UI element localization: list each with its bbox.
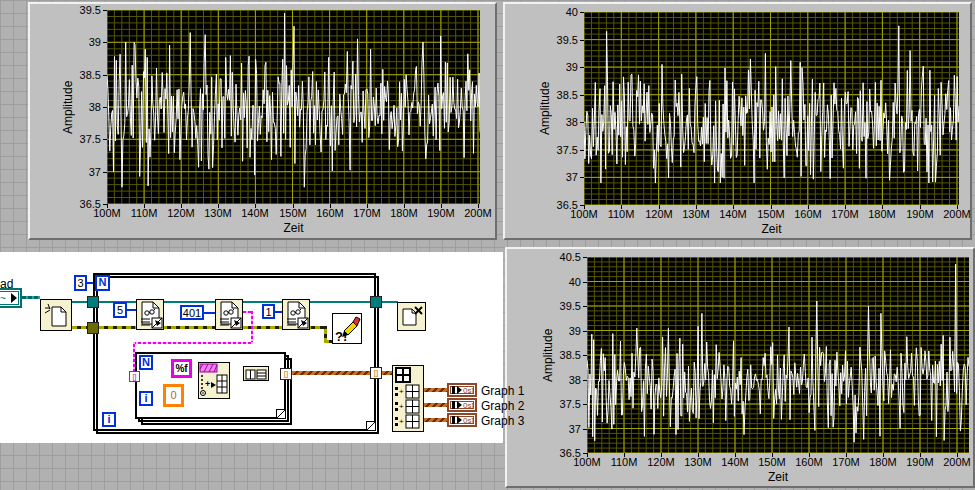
inner-count-terminal[interactable]: N	[139, 355, 153, 370]
x-tick-mark	[587, 453, 588, 457]
loop-count-terminal[interactable]: N	[95, 275, 110, 291]
string-to-array-icon: +	[199, 363, 229, 398]
read-text-file-node-2[interactable]	[215, 299, 243, 330]
close-file-node[interactable]	[397, 302, 426, 331]
waveform-plot-area-2[interactable]	[584, 12, 959, 205]
path-wire[interactable]	[22, 296, 40, 299]
lines-to-skip-constant[interactable]: 5	[113, 302, 127, 318]
x-tick-label: 140M	[716, 208, 750, 220]
x-axis-title: Zeit	[587, 470, 969, 484]
graph-terminal-2[interactable]: 0s]	[447, 398, 477, 412]
clear-errors-node[interactable]: ?!	[332, 313, 362, 344]
array-2d-wire-graph1[interactable]	[424, 388, 447, 392]
x-tick-label: 150M	[755, 456, 789, 468]
read-text-file-icon	[283, 300, 309, 329]
inner-loop-resize-corner	[276, 409, 285, 418]
x-tick-mark	[735, 453, 736, 457]
graph-terminal-3[interactable]: 0s]	[447, 413, 477, 427]
x-axis-title: Zeit	[584, 222, 959, 236]
x-tick-mark	[957, 453, 958, 457]
x-tick-label: 190M	[903, 208, 937, 220]
inner-array-tunnel-out[interactable]: []	[280, 368, 292, 380]
graph-panel-3: Amplitude40.54039.53938.53837.53736.5100…	[505, 247, 975, 488]
x-tick-mark	[181, 204, 182, 208]
inner-iteration-terminal[interactable]: i	[139, 391, 153, 406]
graph-terminal-label-1: Graph 1	[481, 384, 524, 398]
x-tick-mark	[330, 204, 331, 208]
x-tick-mark	[882, 205, 883, 209]
clear-errors-icon: ?!	[333, 314, 361, 343]
array-2d-wire[interactable]	[382, 371, 392, 375]
spreadsheet-string-to-array-node[interactable]: +	[198, 362, 230, 399]
path-control-terminal[interactable]: ~	[0, 288, 22, 308]
x-tick-label: 170M	[829, 456, 863, 468]
waveform-plot-area-1[interactable]	[107, 10, 480, 204]
build-array-node[interactable]	[243, 366, 269, 381]
x-tick-label: 110M	[604, 208, 638, 220]
array-tunnel-out[interactable]: []	[370, 367, 382, 379]
x-tick-mark	[957, 205, 958, 209]
x-tick-mark	[367, 204, 368, 208]
iteration-terminal[interactable]: i	[102, 412, 116, 427]
x-tick-label: 190M	[903, 456, 937, 468]
format-string-constant[interactable]: %f	[171, 359, 192, 378]
x-tick-label: 180M	[387, 207, 421, 219]
read-text-file-node-1[interactable]	[136, 299, 164, 330]
x-tick-label: 120M	[644, 456, 678, 468]
svg-text:0s]: 0s]	[463, 386, 473, 394]
x-tick-label: 190M	[424, 207, 458, 219]
x-tick-mark	[698, 453, 699, 457]
x-tick-label: 160M	[792, 456, 826, 468]
read-text-file-icon	[216, 300, 242, 329]
x-tick-mark	[441, 204, 442, 208]
x-tick-mark	[808, 205, 809, 209]
y-tick-label: 38.5	[544, 89, 578, 101]
x-tick-label: 100M	[567, 208, 601, 220]
x-tick-label: 140M	[238, 207, 272, 219]
loop-count-constant[interactable]: 3	[74, 275, 87, 291]
array-2d-wire-graph2[interactable]	[424, 403, 447, 407]
read-text-file-node-3[interactable]	[282, 299, 310, 330]
x-tick-label: 110M	[607, 456, 641, 468]
index-array-node[interactable]: + + +	[392, 365, 424, 432]
string-index-tunnel[interactable]: []	[129, 371, 140, 382]
x-axis-title: Zeit	[107, 221, 480, 235]
x-tick-mark	[733, 205, 734, 209]
waveform-plot-area-3[interactable]	[587, 257, 969, 453]
y-tick-label: 38	[547, 374, 581, 386]
x-tick-mark	[920, 453, 921, 457]
array-2d-wire-graph3[interactable]	[424, 418, 447, 422]
path-glyph: ~	[0, 293, 11, 304]
open-file-node[interactable]	[40, 299, 72, 331]
y-tick-label: 39.5	[67, 4, 101, 16]
refnum-tunnel-out[interactable]	[370, 296, 382, 308]
x-tick-mark	[584, 205, 585, 209]
y-tick-label: 37	[547, 423, 581, 435]
error-tunnel-in[interactable]	[87, 322, 99, 334]
one-line-constant[interactable]: 1	[262, 304, 275, 319]
x-tick-mark	[883, 453, 884, 457]
y-tick-label: 38.5	[547, 349, 581, 361]
x-tick-label: 110M	[127, 207, 161, 219]
y-tick-label: 37.5	[67, 133, 101, 145]
labview-front-panel: Amplitude39.53938.53837.53736.5100M110M1…	[0, 0, 975, 490]
x-tick-mark	[846, 453, 847, 457]
x-tick-mark	[809, 453, 810, 457]
y-tick-label: 39	[67, 36, 101, 48]
x-tick-mark	[696, 205, 697, 209]
open-file-icon	[41, 300, 71, 330]
svg-text:+: +	[399, 417, 404, 426]
x-tick-mark	[621, 205, 622, 209]
waveform-graph-icon: 0s]	[450, 401, 474, 409]
x-tick-label: 200M	[940, 208, 974, 220]
x-tick-mark	[107, 204, 108, 208]
refnum-tunnel-in[interactable]	[87, 296, 99, 308]
x-tick-mark	[293, 204, 294, 208]
zero-constant[interactable]: 0	[163, 384, 184, 407]
x-tick-label: 130M	[681, 456, 715, 468]
x-tick-label: 160M	[791, 208, 825, 220]
svg-text:0s]: 0s]	[463, 401, 473, 409]
graph-terminal-label-2: Graph 2	[481, 399, 524, 413]
graph-terminal-1[interactable]: 0s]	[447, 383, 477, 397]
lines-to-read-constant[interactable]: 401	[180, 305, 204, 320]
